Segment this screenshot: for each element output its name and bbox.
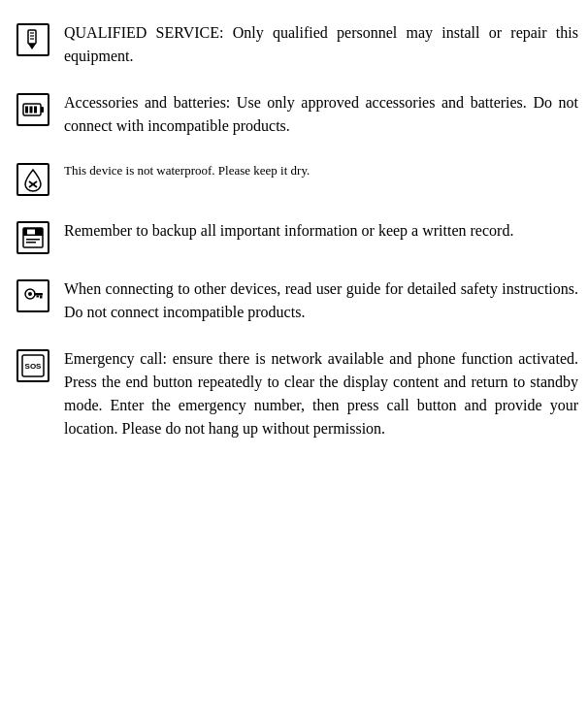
section-connecting-devices: When connecting to other devices, read u… bbox=[0, 266, 588, 336]
accessories-batteries-text: Accessories and batteries: Use only appr… bbox=[56, 91, 578, 138]
backup-icon-cell bbox=[10, 219, 56, 254]
section-waterproof: This device is not waterproof. Please ke… bbox=[0, 149, 588, 208]
emergency-call-text: Emergency call: ensure there is network … bbox=[56, 347, 578, 440]
battery-svg bbox=[19, 96, 47, 123]
connecting-devices-icon-cell bbox=[10, 277, 56, 312]
svg-rect-15 bbox=[27, 230, 35, 235]
svg-rect-21 bbox=[40, 296, 43, 299]
pencil-svg bbox=[19, 26, 47, 53]
accessories-batteries-icon bbox=[16, 93, 49, 126]
connect-svg bbox=[19, 282, 47, 309]
svg-point-19 bbox=[28, 292, 32, 296]
backup-icon bbox=[16, 221, 49, 254]
connecting-devices-content: When connecting to other devices, read u… bbox=[64, 280, 578, 320]
section-accessories-batteries: Accessories and batteries: Use only appr… bbox=[0, 80, 588, 149]
backup-content: Remember to backup all important informa… bbox=[64, 222, 513, 239]
svg-rect-8 bbox=[25, 107, 28, 114]
waterproof-content: This device is not waterproof. Please ke… bbox=[64, 163, 310, 178]
emergency-call-content: Emergency call: ensure there is network … bbox=[64, 350, 578, 437]
svg-rect-7 bbox=[41, 107, 44, 113]
svg-rect-16 bbox=[26, 239, 40, 241]
svg-marker-2 bbox=[28, 44, 36, 49]
connecting-devices-icon bbox=[16, 279, 49, 312]
waterproof-icon-cell bbox=[10, 161, 56, 196]
connecting-devices-text: When connecting to other devices, read u… bbox=[56, 277, 578, 324]
emergency-call-icon-cell: SOS bbox=[10, 347, 56, 382]
svg-rect-1 bbox=[28, 30, 36, 44]
svg-rect-20 bbox=[34, 293, 43, 296]
accessories-batteries-icon-cell bbox=[10, 91, 56, 126]
accessories-batteries-content: Accessories and batteries: Use only appr… bbox=[64, 94, 578, 134]
svg-rect-9 bbox=[30, 107, 33, 114]
water-svg bbox=[19, 166, 47, 193]
qualified-service-icon-cell bbox=[10, 21, 56, 56]
backup-text: Remember to backup all important informa… bbox=[56, 219, 578, 243]
qualified-service-content: QUALIFIED SERVICE: Only qualified person… bbox=[64, 24, 578, 64]
svg-text:SOS: SOS bbox=[25, 362, 43, 371]
qualified-service-text: QUALIFIED SERVICE: Only qualified person… bbox=[56, 21, 578, 68]
waterproof-icon bbox=[16, 163, 49, 196]
section-emergency-call: SOS Emergency call: ensure there is netw… bbox=[0, 336, 588, 452]
emergency-call-icon: SOS bbox=[16, 349, 49, 382]
section-backup: Remember to backup all important informa… bbox=[0, 208, 588, 266]
svg-rect-22 bbox=[37, 296, 40, 298]
sos-svg: SOS bbox=[19, 352, 47, 379]
backup-svg bbox=[19, 224, 47, 251]
section-qualified-service: QUALIFIED SERVICE: Only qualified person… bbox=[0, 10, 588, 80]
qualified-service-icon bbox=[16, 23, 49, 56]
waterproof-text: This device is not waterproof. Please ke… bbox=[56, 161, 578, 180]
svg-rect-17 bbox=[26, 242, 36, 244]
svg-rect-10 bbox=[34, 107, 37, 114]
